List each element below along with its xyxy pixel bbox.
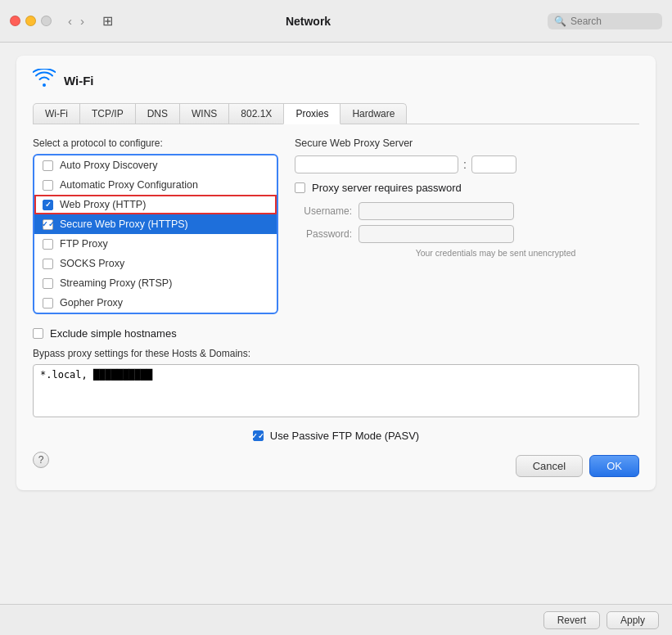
gopher-checkbox[interactable] [43, 298, 53, 308]
proxies-content: Select a protocol to configure: Auto Pro… [33, 137, 639, 314]
network-header: Wi-Fi [33, 69, 639, 92]
tab-proxies[interactable]: Proxies [283, 103, 341, 124]
proxy-server-title: Secure Web Proxy Server [295, 137, 639, 149]
list-item[interactable]: ✓ Secure Web Proxy (HTTPS) [34, 214, 277, 234]
username-row: Username: [295, 202, 639, 220]
server-row: : [295, 155, 639, 173]
requires-password-checkbox[interactable] [295, 182, 305, 193]
exclude-hostnames-checkbox[interactable] [33, 328, 43, 339]
bypass-textarea[interactable]: *.local, ██████████ [33, 364, 639, 417]
requires-password-row: Proxy server requires password [295, 182, 639, 194]
help-button[interactable]: ? [33, 452, 49, 468]
search-input[interactable] [571, 16, 652, 27]
protocol-list: Auto Proxy Discovery Automatic Proxy Con… [33, 154, 278, 314]
server-port-input[interactable] [471, 155, 516, 173]
colon-separator: : [463, 158, 467, 171]
network-panel: Wi-Fi Wi-Fi TCP/IP DNS WINS 802.1X Proxi… [16, 56, 656, 490]
protocol-name: Streaming Proxy (RTSP) [60, 277, 172, 289]
title-bar: ‹ › ⊞ Network 🔍 [0, 0, 672, 43]
protocol-label: Select a protocol to configure: [33, 137, 278, 149]
left-panel: Select a protocol to configure: Auto Pro… [33, 137, 278, 314]
requires-password-label: Proxy server requires password [312, 182, 462, 194]
password-input[interactable] [359, 225, 514, 243]
right-panel: Secure Web Proxy Server : Proxy server r… [295, 137, 639, 314]
search-icon: 🔍 [554, 16, 566, 27]
web-http-checkbox[interactable] [43, 200, 53, 210]
password-row: Password: [295, 225, 639, 243]
pasv-row: ✓ Use Passive FTP Mode (PASV) [33, 430, 639, 442]
protocol-name: Web Proxy (HTTP) [60, 199, 146, 210]
cancel-button[interactable]: Cancel [516, 455, 583, 477]
username-label: Username: [295, 205, 352, 217]
socks-checkbox[interactable] [43, 259, 53, 269]
bypass-label: Bypass proxy settings for these Hosts & … [33, 348, 639, 359]
protocol-name: Secure Web Proxy (HTTPS) [60, 218, 188, 230]
ok-button[interactable]: OK [589, 455, 639, 477]
tab-tcpip[interactable]: TCP/IP [79, 103, 136, 124]
pasv-checkbox[interactable]: ✓ [253, 430, 264, 441]
tabs-bar: Wi-Fi TCP/IP DNS WINS 802.1X Proxies Har… [33, 103, 639, 124]
apply-button[interactable]: Apply [607, 611, 659, 629]
auto-config-checkbox[interactable] [43, 180, 53, 191]
dialog-bottom-row: ? Cancel OK [33, 442, 639, 477]
tab-hardware[interactable]: Hardware [340, 103, 407, 124]
secure-https-checkbox[interactable]: ✓ [43, 219, 53, 230]
list-item[interactable]: SOCKS Proxy [34, 254, 277, 273]
pasv-label: Use Passive FTP Mode (PASV) [270, 430, 419, 442]
list-item[interactable]: Auto Proxy Discovery [34, 155, 277, 175]
protocol-name: FTP Proxy [60, 238, 108, 250]
main-content: Wi-Fi Wi-Fi TCP/IP DNS WINS 802.1X Proxi… [0, 43, 672, 604]
bottom-bar: Revert Apply [0, 604, 672, 635]
list-item[interactable]: Gopher Proxy [34, 293, 277, 313]
exclude-hostnames-row: Exclude simple hostnames [33, 327, 639, 340]
protocol-name: Auto Proxy Discovery [60, 160, 157, 171]
back-button[interactable]: ‹ [65, 13, 75, 29]
auto-discovery-checkbox[interactable] [43, 160, 53, 171]
bottom-section: Exclude simple hostnames Bypass proxy se… [33, 327, 639, 420]
list-item[interactable]: Streaming Proxy (RTSP) [34, 273, 277, 293]
maximize-button[interactable] [41, 16, 52, 26]
protocol-name: Gopher Proxy [60, 297, 123, 308]
tab-wins[interactable]: WINS [179, 103, 229, 124]
traffic-lights [10, 16, 52, 26]
dialog-buttons: Cancel OK [516, 455, 639, 477]
protocol-name: Automatic Proxy Configuration [60, 179, 198, 191]
minimize-button[interactable] [25, 16, 36, 26]
close-button[interactable] [10, 16, 20, 26]
server-address-input[interactable] [295, 155, 458, 173]
protocol-name: SOCKS Proxy [60, 258, 124, 269]
credentials-note: Your credentials may be sent unencrypted [352, 248, 639, 258]
search-bar[interactable]: 🔍 [548, 13, 662, 29]
password-label: Password: [295, 228, 352, 240]
list-item[interactable]: FTP Proxy [34, 234, 277, 254]
streaming-checkbox[interactable] [43, 278, 53, 289]
connection-name: Wi-Fi [64, 74, 94, 88]
list-item[interactable]: Automatic Proxy Configuration [34, 175, 277, 195]
exclude-hostnames-label: Exclude simple hostnames [50, 327, 177, 340]
window-title: Network [75, 15, 541, 28]
tab-8021x[interactable]: 802.1X [228, 103, 284, 124]
ftp-checkbox[interactable] [43, 239, 53, 250]
tab-dns[interactable]: DNS [135, 103, 180, 124]
list-item[interactable]: Web Proxy (HTTP) [34, 195, 277, 214]
wifi-icon [33, 69, 56, 92]
tab-wifi[interactable]: Wi-Fi [33, 103, 80, 124]
revert-button[interactable]: Revert [543, 611, 600, 629]
username-input[interactable] [359, 202, 514, 220]
